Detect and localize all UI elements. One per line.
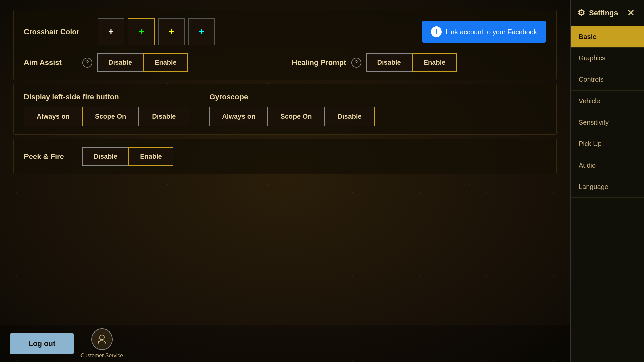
healing-prompt-toggle: Disable Enable bbox=[366, 53, 457, 72]
fire-gyro-section-card: Display left-side fire button Always on … bbox=[13, 84, 557, 135]
crosshair-section-card: Crosshair Color + + + + f Link account t… bbox=[13, 10, 557, 80]
gyroscope-toggle: Always on Scope On Disable bbox=[209, 107, 375, 126]
svg-point-1 bbox=[98, 339, 101, 341]
facebook-link-button[interactable]: f Link account to your Facebook bbox=[422, 21, 546, 43]
sidebar-item-controls[interactable]: Controls bbox=[571, 69, 644, 90]
crosshair-green-icon: + bbox=[139, 26, 144, 37]
peek-fire-toggle: Disable Enable bbox=[82, 147, 173, 166]
customer-service-label: Customer Service bbox=[80, 353, 123, 359]
aim-assist-help[interactable]: ? bbox=[82, 58, 92, 68]
sidebar: ⚙ Settings ✕ Basic Graphics Controls Veh… bbox=[570, 0, 644, 362]
peek-fire-enable[interactable]: Enable bbox=[128, 147, 173, 166]
main-content: Crosshair Color + + + + f Link account t… bbox=[0, 0, 570, 362]
customer-service-button[interactable]: Customer Service bbox=[80, 328, 123, 359]
facebook-link-label: Link account to your Facebook bbox=[446, 28, 537, 36]
crosshair-yellow-icon: + bbox=[169, 26, 174, 37]
crosshair-label: Crosshair Color bbox=[24, 27, 91, 36]
crosshair-yellow[interactable]: + bbox=[158, 18, 185, 45]
fire-always-on[interactable]: Always on bbox=[24, 107, 83, 126]
peek-fire-label: Peek & Fire bbox=[24, 152, 77, 161]
aim-healing-row: Aim Assist ? Disable Enable Healing Prom… bbox=[24, 53, 546, 72]
crosshair-options: + + + + bbox=[98, 18, 215, 45]
fire-scope-on[interactable]: Scope On bbox=[83, 107, 139, 126]
aim-assist-disable[interactable]: Disable bbox=[97, 53, 143, 72]
crosshair-green[interactable]: + bbox=[128, 18, 155, 45]
sidebar-item-pickup[interactable]: Pick Up bbox=[571, 133, 644, 155]
bottom-bar: Log out Customer Service bbox=[0, 325, 570, 362]
fire-gyro-row: Display left-side fire button Always on … bbox=[24, 93, 546, 126]
gyro-always-on[interactable]: Always on bbox=[209, 107, 268, 126]
healing-prompt-row: Healing Prompt ? Disable Enable bbox=[292, 53, 546, 72]
sidebar-item-audio[interactable]: Audio bbox=[571, 155, 644, 176]
aim-assist-label: Aim Assist bbox=[24, 58, 77, 67]
facebook-icon: f bbox=[431, 26, 442, 37]
fire-button-col: Display left-side fire button Always on … bbox=[24, 93, 189, 126]
sidebar-item-sensitivity[interactable]: Sensitivity bbox=[571, 112, 644, 133]
healing-prompt-disable[interactable]: Disable bbox=[366, 53, 412, 72]
crosshair-cyan-icon: + bbox=[199, 26, 204, 37]
settings-title: ⚙ Settings bbox=[577, 8, 618, 18]
settings-title-label: Settings bbox=[589, 9, 618, 17]
healing-prompt-help[interactable]: ? bbox=[351, 58, 361, 68]
gyro-scope-on[interactable]: Scope On bbox=[268, 107, 324, 126]
peek-fire-row: Peek & Fire Disable Enable bbox=[24, 147, 546, 166]
crosshair-cyan[interactable]: + bbox=[188, 18, 215, 45]
aim-assist-toggle: Disable Enable bbox=[97, 53, 188, 72]
gear-icon: ⚙ bbox=[577, 8, 585, 18]
gyroscope-label: Gyroscope bbox=[209, 93, 375, 101]
fire-button-label: Display left-side fire button bbox=[24, 93, 189, 101]
fire-button-toggle: Always on Scope On Disable bbox=[24, 107, 189, 126]
sidebar-item-language[interactable]: Language bbox=[571, 176, 644, 198]
healing-prompt-enable[interactable]: Enable bbox=[412, 53, 457, 72]
sidebar-item-vehicle[interactable]: Vehicle bbox=[571, 90, 644, 112]
customer-service-icon bbox=[91, 328, 113, 350]
sidebar-item-graphics[interactable]: Graphics bbox=[571, 48, 644, 69]
logout-button[interactable]: Log out bbox=[10, 333, 74, 354]
close-button[interactable]: ✕ bbox=[624, 6, 637, 20]
peek-fire-section-card: Peek & Fire Disable Enable bbox=[13, 139, 557, 174]
gyro-disable[interactable]: Disable bbox=[325, 107, 375, 126]
aim-assist-row: Aim Assist ? Disable Enable bbox=[24, 53, 278, 72]
crosshair-row: Crosshair Color + + + + f Link account t… bbox=[24, 18, 546, 45]
peek-fire-disable[interactable]: Disable bbox=[82, 147, 128, 166]
sidebar-item-basic[interactable]: Basic bbox=[571, 26, 644, 48]
gyroscope-col: Gyroscope Always on Scope On Disable bbox=[209, 93, 375, 126]
sidebar-header: ⚙ Settings ✕ bbox=[571, 0, 644, 26]
aim-assist-enable[interactable]: Enable bbox=[143, 53, 188, 72]
crosshair-white[interactable]: + bbox=[98, 18, 124, 45]
healing-prompt-label: Healing Prompt bbox=[292, 58, 346, 67]
fire-disable[interactable]: Disable bbox=[139, 107, 189, 126]
crosshair-white-icon: + bbox=[108, 26, 114, 37]
